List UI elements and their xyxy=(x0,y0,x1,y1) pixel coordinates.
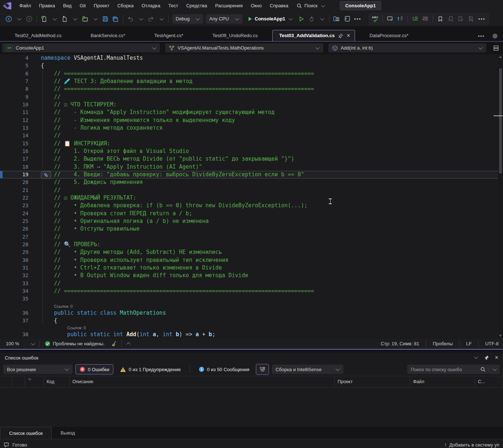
panel-splitter[interactable] xyxy=(0,350,503,353)
menu-item-расширения[interactable]: Расширения xyxy=(211,0,247,11)
line-number[interactable]: 23 xyxy=(0,202,28,209)
line-structure-button[interactable] xyxy=(395,14,405,24)
code-line-28[interactable]: 28 // 🔍 ПРОВЕРЬ: xyxy=(0,241,503,248)
search-box-trigger[interactable]: Поиск xyxy=(292,3,330,8)
code-line-5[interactable]: 5{ xyxy=(0,62,503,70)
new-project-button[interactable] xyxy=(39,14,49,24)
error-list-search[interactable] xyxy=(407,365,500,374)
line-number[interactable]: 33 xyxy=(0,280,28,287)
close-icon[interactable]: × xyxy=(347,30,350,41)
member-dropdown[interactable]: Add(int a, int b) xyxy=(328,43,486,52)
code-line-35[interactable]: 35 xyxy=(0,295,503,303)
open-file-dropdown[interactable] xyxy=(70,14,80,24)
code-line-32[interactable]: 32 // • В Output Window виден diff тольк… xyxy=(0,272,503,279)
line-number[interactable]: 6 xyxy=(0,70,28,78)
severity-icon-column[interactable] xyxy=(12,376,25,387)
codelens-references-link[interactable]: Ссылок: 0 xyxy=(67,326,86,330)
line-number[interactable]: 18 xyxy=(0,163,28,171)
default-order-column[interactable] xyxy=(25,376,44,387)
code-line-34[interactable]: 34 // ==================================… xyxy=(0,287,503,295)
visual-studio-logo-icon[interactable] xyxy=(3,2,12,10)
code-line-21[interactable]: 21 // xyxy=(0,186,503,194)
new-project-dropdown[interactable] xyxy=(49,14,59,24)
line-number[interactable]: 27 xyxy=(0,233,28,241)
line-number[interactable]: 5 xyxy=(0,62,28,70)
editor-tab[interactable]: Test02_AddMethod.cs xyxy=(0,30,76,41)
codelens-row[interactable]: Ссылок: 0 xyxy=(0,303,503,309)
code-line-17[interactable]: 17 // 2. Выдели ВЕСЬ метод Divide (от "p… xyxy=(0,155,503,163)
error-search-input[interactable] xyxy=(410,366,478,373)
menu-item-правка[interactable]: Правка xyxy=(35,0,59,11)
code-line-29[interactable]: 29 // • Другие методы (Add, Subtract) НЕ… xyxy=(0,248,503,256)
errors-filter-toggle[interactable]: 0 Ошибки xyxy=(75,364,113,374)
line-number[interactable]: 7 xyxy=(0,78,28,85)
toolbar-overflow-button[interactable]: ••• xyxy=(476,16,488,21)
code-line-14[interactable]: 14 // xyxy=(0,132,503,139)
filter-button[interactable] xyxy=(256,364,269,375)
window-position-chevron[interactable] xyxy=(474,354,478,358)
add-new-item-button[interactable] xyxy=(80,14,90,24)
caret-position-status[interactable]: Стр: 19, Симв: 81 xyxy=(376,341,424,346)
line-number[interactable]: 15 xyxy=(0,140,28,148)
column-header-4[interactable]: Файл xyxy=(410,376,475,387)
toolbar-overflow-button[interactable]: ••• xyxy=(352,16,364,21)
start-debugging-button[interactable]: ConsoleApp1 xyxy=(245,14,296,24)
line-number[interactable]: 36 xyxy=(0,309,28,317)
project-dropdown[interactable]: C# ConsoleApp1 xyxy=(2,43,160,52)
line-number[interactable]: 32 xyxy=(0,272,28,279)
scope-dropdown[interactable]: Все решение xyxy=(3,365,73,374)
menu-item-отладка[interactable]: Отладка xyxy=(137,0,164,11)
line-number[interactable]: 24 xyxy=(0,210,28,217)
column-header-2[interactable]: Описание xyxy=(70,376,335,387)
tab-overflow-button[interactable]: ••• xyxy=(476,34,487,39)
editor-tab[interactable]: TestAgent.cs* xyxy=(140,30,198,41)
scroll-up-arrow[interactable] xyxy=(499,56,502,58)
split-window-button[interactable] xyxy=(491,45,501,51)
code-line-4[interactable]: 4namespace VSAgentAI.ManualTests xyxy=(0,54,503,62)
line-number[interactable]: 17 xyxy=(0,155,28,163)
menu-item-файл[interactable]: Файл xyxy=(15,0,35,11)
indentation-status[interactable]: Пробелы xyxy=(428,341,457,346)
navigate-forward-button[interactable] xyxy=(24,14,34,24)
solution-configuration-dropdown[interactable]: Debug xyxy=(172,14,203,24)
menu-item-тест[interactable]: Тест xyxy=(164,0,182,11)
zoom-dropdown[interactable]: 100 % xyxy=(4,341,37,346)
line-number[interactable]: 9 xyxy=(0,93,28,101)
scrollbar-thumb[interactable] xyxy=(499,68,502,173)
code-line-12[interactable]: 12 // - Изменения применяются только к в… xyxy=(0,117,503,124)
line-number[interactable]: 26 xyxy=(0,225,28,233)
save-button[interactable] xyxy=(100,14,110,24)
line-number[interactable] xyxy=(0,303,28,309)
line-number[interactable]: 38 xyxy=(0,331,28,338)
line-number[interactable]: 22 xyxy=(0,194,28,202)
open-file-button[interactable] xyxy=(59,14,70,24)
column-header-3[interactable]: Проект xyxy=(335,376,410,387)
chevron-down-icon[interactable] xyxy=(493,367,497,371)
line-number[interactable]: 30 xyxy=(0,256,28,264)
code-line-6[interactable]: 6 // ===================================… xyxy=(0,70,503,78)
column-header-5[interactable]: С... xyxy=(475,376,503,387)
bottom-tab[interactable]: Список ошибок xyxy=(0,427,52,439)
line-number[interactable]: 4 xyxy=(0,54,28,62)
solution-session-button[interactable]: ConsoleApp1 xyxy=(340,1,381,10)
save-all-button[interactable] xyxy=(110,14,121,24)
code-line-9[interactable]: 9 // xyxy=(0,93,503,101)
close-icon[interactable]: × xyxy=(495,355,498,360)
menu-item-средства[interactable]: Средства xyxy=(182,0,211,11)
code-line-30[interactable]: 30 // • Проверка использует правильный т… xyxy=(0,256,503,264)
code-line-7[interactable]: 7 // 🧪 ТЕСТ 3: Добавление валидации в ме… xyxy=(0,78,503,85)
line-number[interactable]: 8 xyxy=(0,85,28,93)
line-number[interactable]: 25 xyxy=(0,217,28,225)
spell-check-button[interactable]: ABC xyxy=(370,14,380,24)
warnings-filter-toggle[interactable]: 0 из 1 Предупреждение xyxy=(116,365,184,374)
code-line-36[interactable]: 36 public static class MathOperations xyxy=(0,309,503,317)
editor-tab[interactable]: Test03_AddValidation.cs× xyxy=(272,30,355,41)
format-document-button[interactable] xyxy=(420,14,430,24)
code-line-31[interactable]: 31 // • Ctrl+Z откатывает только изменен… xyxy=(0,264,503,272)
pin-icon[interactable] xyxy=(338,34,343,38)
menu-item-вид[interactable]: Вид xyxy=(59,0,76,11)
notification-bubble-icon[interactable] xyxy=(4,442,9,448)
line-number[interactable]: 35 xyxy=(0,295,28,303)
scroll-down-arrow[interactable] xyxy=(499,335,502,337)
code-line-10[interactable]: 10 // ☑ ЧТО ТЕСТИРУЕМ: xyxy=(0,101,503,109)
